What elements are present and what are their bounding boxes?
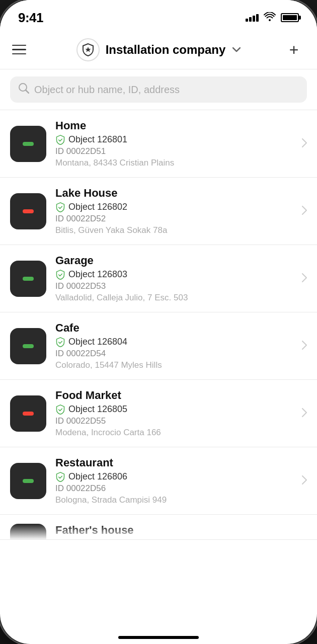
device-thumbnail (10, 193, 46, 229)
item-object: Object 126806 (55, 471, 297, 482)
phone-frame: 9:41 (0, 0, 317, 644)
chevron-down-icon (232, 44, 241, 55)
list-item[interactable]: Garage Object 126803 ID 00022D53 Vallado… (0, 245, 317, 312)
hamburger-line-2 (12, 49, 26, 50)
svg-marker-1 (85, 47, 91, 52)
add-button[interactable]: + (283, 39, 305, 61)
item-chevron-icon (302, 407, 307, 420)
item-address: Valladolid, Calleja Julio, 7 Esc. 503 (55, 293, 297, 303)
item-address: Modena, Incrocio Carta 166 (55, 428, 297, 438)
item-object: Object 126804 (55, 337, 297, 347)
svg-point-0 (269, 19, 271, 21)
device-thumbnail (10, 261, 46, 297)
item-chevron-icon (302, 137, 307, 150)
item-info: Home Object 126801 ID 00022D51 Montana, … (55, 119, 297, 168)
search-bar[interactable]: Object or hub name, ID, address (10, 76, 307, 103)
item-id: ID 00022D56 (55, 484, 297, 494)
item-chevron-icon (302, 474, 307, 488)
item-name: Home (55, 119, 297, 132)
partial-fade (0, 524, 317, 539)
home-indicator (118, 636, 199, 639)
item-info: Restaurant Object 126806 ID 00022D56 Bol… (55, 456, 297, 505)
device-status-indicator (23, 412, 34, 416)
company-name: Installation company (106, 43, 226, 57)
item-chevron-icon (302, 340, 307, 353)
add-icon: + (289, 42, 299, 58)
list-item[interactable]: Lake House Object 126802 ID 00022D52 Bit… (0, 178, 317, 245)
company-logo (76, 38, 100, 61)
item-info: Food Market Object 126805 ID 00022D55 Mo… (55, 389, 297, 438)
shield-check-icon (55, 202, 65, 212)
hamburger-line-3 (12, 53, 26, 55)
list-item[interactable]: Food Market Object 126805 ID 00022D55 Mo… (0, 380, 317, 447)
status-bar: 9:41 (0, 0, 317, 30)
item-id: ID 00022D55 (55, 416, 297, 426)
device-status-indicator (23, 142, 34, 146)
device-status-indicator (23, 209, 34, 213)
items-list: Home Object 126801 ID 00022D51 Montana, … (0, 110, 317, 540)
status-icons (246, 11, 299, 24)
item-id: ID 00022D54 (55, 349, 297, 359)
device-thumbnail (10, 395, 46, 432)
device-status-indicator (23, 344, 34, 348)
device-thumbnail (10, 463, 46, 499)
item-id: ID 00022D53 (55, 281, 297, 291)
item-object: Object 126803 (55, 269, 297, 280)
item-info: Garage Object 126803 ID 00022D53 Vallado… (55, 254, 297, 303)
shield-check-icon (55, 270, 65, 280)
item-id: ID 00022D51 (55, 146, 297, 156)
list-item[interactable]: Father's house Object 126807 ID 00022D57 (0, 515, 317, 540)
shield-check-icon (55, 337, 65, 347)
item-chevron-icon (302, 272, 307, 285)
item-info: Cafe Object 126804 ID 00022D54 Colorado,… (55, 321, 297, 370)
signal-bars-icon (246, 14, 259, 22)
item-object: Object 126805 (55, 404, 297, 415)
item-address: Montana, 84343 Cristian Plains (55, 158, 297, 168)
device-thumbnail (10, 328, 46, 364)
item-name: Food Market (55, 389, 297, 402)
item-name: Restaurant (55, 456, 297, 469)
item-id: ID 00022D52 (55, 214, 297, 224)
battery-fill (283, 15, 297, 20)
shield-check-icon (55, 405, 65, 415)
battery-icon (281, 13, 299, 22)
item-address: Bitlis, Güven Yaka Sokak 78a (55, 225, 297, 235)
item-address: Colorado, 15447 Myles Hills (55, 360, 297, 370)
signal-bar-2 (249, 17, 252, 22)
item-name: Garage (55, 254, 297, 267)
signal-bar-1 (246, 19, 248, 22)
list-item[interactable]: Home Object 126801 ID 00022D51 Montana, … (0, 110, 317, 178)
header: Installation company + (0, 30, 317, 69)
phone-screen: 9:41 (0, 0, 317, 644)
wifi-icon (264, 11, 276, 24)
shield-check-icon (55, 135, 65, 145)
shield-star-icon (81, 43, 95, 57)
item-info: Lake House Object 126802 ID 00022D52 Bit… (55, 187, 297, 235)
item-chevron-icon (302, 205, 307, 218)
device-status-indicator (23, 479, 34, 483)
signal-bar-4 (256, 14, 259, 22)
status-time: 9:41 (18, 10, 43, 26)
signal-bar-3 (253, 16, 255, 22)
device-status-indicator (23, 277, 34, 281)
item-object: Object 126801 (55, 134, 297, 145)
list-item[interactable]: Restaurant Object 126806 ID 00022D56 Bol… (0, 447, 317, 515)
device-thumbnail (10, 126, 46, 162)
company-selector[interactable]: Installation company (76, 38, 241, 61)
hamburger-line-1 (12, 45, 26, 46)
item-address: Bologna, Strada Campisi 949 (55, 495, 297, 505)
item-name: Lake House (55, 187, 297, 200)
item-name: Cafe (55, 321, 297, 335)
search-container: Object or hub name, ID, address (0, 69, 317, 110)
item-object: Object 126802 (55, 202, 297, 212)
svg-line-3 (26, 90, 29, 93)
search-icon (18, 83, 29, 97)
shield-check-icon (55, 472, 65, 482)
list-item[interactable]: Cafe Object 126804 ID 00022D54 Colorado,… (0, 312, 317, 380)
search-input-placeholder: Object or hub name, ID, address (34, 84, 180, 96)
menu-button[interactable] (12, 39, 34, 61)
